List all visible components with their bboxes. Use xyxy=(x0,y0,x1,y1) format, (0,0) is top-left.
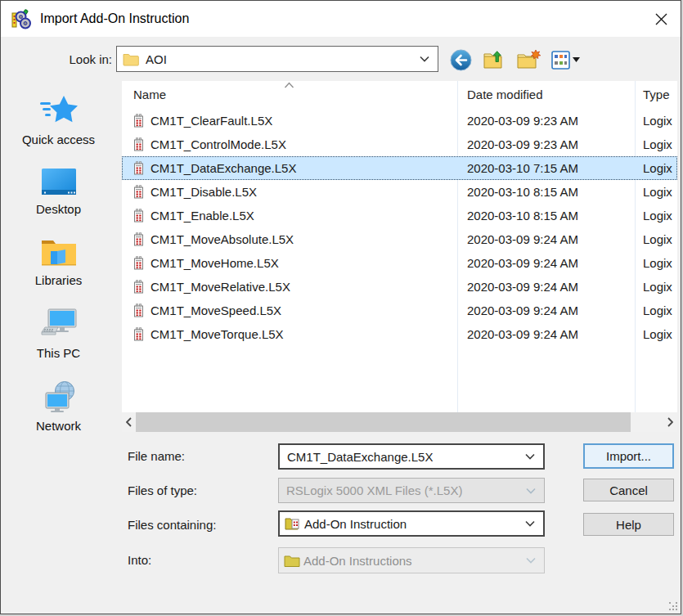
new-folder-icon xyxy=(516,49,541,71)
column-header-date-modified[interactable]: Date modified xyxy=(467,88,543,101)
sidebar-item-label: Desktop xyxy=(36,202,81,216)
rslogix-app-icon xyxy=(11,8,32,29)
look-in-combobox[interactable]: AOI xyxy=(116,46,438,72)
chevron-down-icon xyxy=(526,557,536,564)
file-name: CM1T_Enable.L5X xyxy=(151,209,254,223)
close-button[interactable] xyxy=(641,1,681,37)
file-date-modified: 2020-03-09 9:24 AM xyxy=(457,327,635,341)
file-list: Name Date modified Type xyxy=(122,81,677,412)
table-row[interactable]: CM1T_Disable.L5X 2020-03-10 8:15 AM Logi… xyxy=(122,180,677,204)
new-folder-button[interactable] xyxy=(516,49,541,71)
l5x-file-icon xyxy=(133,304,145,318)
file-date-modified: 2020-03-10 8:15 AM xyxy=(457,209,635,223)
files-containing-combobox[interactable]: Add-On Instruction xyxy=(278,510,545,537)
table-row[interactable]: CM1T_Enable.L5X 2020-03-10 8:15 AM Logix xyxy=(122,204,677,227)
chevron-down-icon xyxy=(525,453,535,460)
help-button[interactable]: Help xyxy=(583,513,674,536)
file-date-modified: 2020-03-09 9:24 AM xyxy=(457,256,635,270)
file-date-modified: 2020-03-10 7:15 AM xyxy=(457,161,635,175)
libraries-icon xyxy=(39,236,79,269)
file-date-modified: 2020-03-09 9:23 AM xyxy=(457,137,635,151)
file-type: Logix xyxy=(635,232,677,246)
table-row[interactable]: CM1T_MoveTorque.L5X 2020-03-09 9:24 AM L… xyxy=(122,322,677,346)
resize-grip[interactable] xyxy=(669,602,678,611)
file-date-modified: 2020-03-09 9:24 AM xyxy=(457,280,635,294)
column-header-name[interactable]: Name xyxy=(133,88,166,101)
import-aoi-dialog: Import Add-On Instruction Look in: AOI xyxy=(0,0,681,614)
file-rows: CM1T_ClearFault.L5X 2020-03-09 9:23 AM L… xyxy=(122,109,677,346)
folder-icon xyxy=(123,52,139,66)
file-type: Logix xyxy=(635,280,677,294)
into-combobox: Add-On Instructions xyxy=(278,547,545,573)
table-row[interactable]: CM1T_ClearFault.L5X 2020-03-09 9:23 AM L… xyxy=(122,109,677,133)
dialog-toolbar xyxy=(450,47,581,72)
back-button[interactable] xyxy=(450,49,472,71)
files-containing-label: Files containing: xyxy=(128,518,216,532)
chevron-left-icon xyxy=(126,417,132,427)
network-icon xyxy=(39,380,79,415)
title-bar: Import Add-On Instruction xyxy=(1,1,681,37)
up-one-level-button[interactable] xyxy=(483,49,506,71)
places-sidebar: Quick access Desktop xyxy=(1,81,116,614)
file-name: CM1T_MoveRelative.L5X xyxy=(151,280,290,294)
file-date-modified: 2020-03-09 9:24 AM xyxy=(457,232,635,246)
table-row[interactable]: CM1T_ControlMode.L5X 2020-03-09 9:23 AM … xyxy=(122,133,677,156)
chevron-down-icon xyxy=(525,520,535,527)
up-one-level-icon xyxy=(483,49,506,71)
scroll-left-button[interactable] xyxy=(122,412,136,432)
table-row[interactable]: CM1T_MoveHome.L5X 2020-03-09 9:24 AM Log… xyxy=(122,251,677,275)
l5x-file-icon xyxy=(133,209,145,223)
sidebar-item-this-pc[interactable]: This PC xyxy=(10,308,108,360)
look-in-label: Look in: xyxy=(43,52,112,66)
sidebar-item-libraries[interactable]: Libraries xyxy=(10,236,108,287)
sidebar-item-network[interactable]: Network xyxy=(10,380,108,433)
desktop-icon xyxy=(39,167,79,198)
file-type: Logix xyxy=(635,114,677,128)
sidebar-item-desktop[interactable]: Desktop xyxy=(10,167,108,216)
sidebar-item-quick-access[interactable]: Quick access xyxy=(10,92,108,146)
file-list-header: Name Date modified Type xyxy=(122,81,677,109)
sidebar-item-label: This PC xyxy=(37,346,80,360)
file-name-combobox[interactable]: CM1T_DataExchange.L5X xyxy=(278,443,545,470)
chevron-right-icon xyxy=(667,417,673,427)
table-row[interactable]: CM1T_MoveAbsolute.L5X 2020-03-09 9:24 AM… xyxy=(122,227,677,251)
l5x-file-icon xyxy=(133,185,145,200)
sidebar-item-label: Quick access xyxy=(22,133,95,146)
add-on-instructions-folder-icon xyxy=(284,554,301,568)
file-name: CM1T_ClearFault.L5X xyxy=(151,114,272,128)
file-name: CM1T_Disable.L5X xyxy=(151,185,257,199)
table-row[interactable]: CM1T_MoveRelative.L5X 2020-03-09 9:24 AM… xyxy=(122,275,677,299)
files-of-type-label: Files of type: xyxy=(128,483,197,497)
sidebar-item-label: Network xyxy=(36,419,81,433)
scrollbar-thumb[interactable] xyxy=(136,412,631,432)
file-type: Logix xyxy=(635,327,677,341)
into-value: Add-On Instructions xyxy=(303,554,412,568)
l5x-file-icon xyxy=(133,256,145,271)
file-type: Logix xyxy=(635,304,677,317)
add-on-instruction-icon xyxy=(285,516,302,531)
look-in-value: AOI xyxy=(146,52,167,66)
file-type: Logix xyxy=(635,137,677,151)
file-date-modified: 2020-03-09 9:24 AM xyxy=(457,304,635,317)
this-pc-icon xyxy=(38,308,79,342)
chevron-down-icon xyxy=(526,488,536,494)
close-icon xyxy=(655,13,667,25)
files-of-type-value: RSLogix 5000 XML Files (*.L5X) xyxy=(286,483,462,497)
file-name: CM1T_MoveHome.L5X xyxy=(151,256,279,270)
column-header-type[interactable]: Type xyxy=(643,88,670,101)
horizontal-scrollbar[interactable] xyxy=(122,412,677,432)
sort-ascending-icon xyxy=(284,82,294,88)
file-name: CM1T_MoveAbsolute.L5X xyxy=(151,232,294,246)
import-button[interactable]: Import... xyxy=(583,443,674,469)
cancel-button[interactable]: Cancel xyxy=(583,479,674,501)
dialog-title: Import Add-On Instruction xyxy=(40,11,189,26)
files-containing-value: Add-On Instruction xyxy=(304,517,407,531)
l5x-file-icon xyxy=(133,114,145,128)
file-name: CM1T_MoveSpeed.L5X xyxy=(151,304,281,317)
view-menu-button[interactable] xyxy=(551,51,581,70)
scroll-right-button[interactable] xyxy=(663,412,677,432)
table-row[interactable]: CM1T_MoveSpeed.L5X 2020-03-09 9:24 AM Lo… xyxy=(122,299,677,322)
l5x-file-icon xyxy=(133,137,145,152)
file-name: CM1T_ControlMode.L5X xyxy=(151,137,286,151)
table-row[interactable]: CM1T_DataExchange.L5X 2020-03-10 7:15 AM… xyxy=(122,156,677,180)
